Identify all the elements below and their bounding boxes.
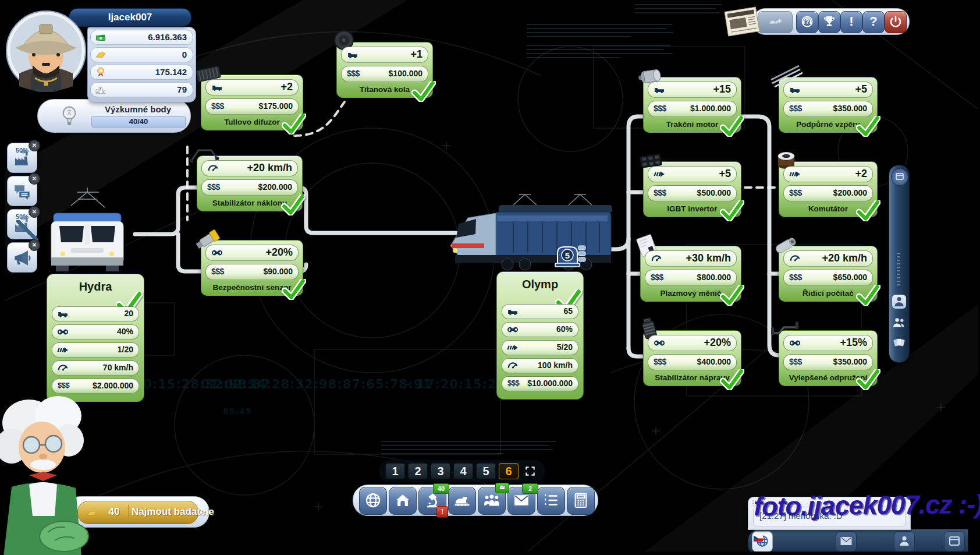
trains-button[interactable] xyxy=(448,487,476,515)
close-icon[interactable]: ✕ xyxy=(29,239,40,251)
research-card-podpurne-vzpery[interactable]: +5$$$$350.000Podpůrné vzpěry xyxy=(779,77,878,133)
researched-check-icon xyxy=(411,81,436,102)
research-card-stabilizator-napravy[interactable]: +20%$$$$400.000Stabilizátor nápravy xyxy=(643,330,741,386)
close-icon[interactable]: ✕ xyxy=(29,173,40,185)
chat-language-button[interactable] xyxy=(752,531,773,552)
page-tab-4[interactable]: 4 xyxy=(453,463,473,479)
station-button[interactable] xyxy=(389,487,417,515)
page-tab-2[interactable]: 2 xyxy=(408,463,428,479)
researched-check-icon xyxy=(282,114,306,135)
svg-text:?: ? xyxy=(805,18,809,25)
accel-icon xyxy=(789,168,801,180)
screen-edge xyxy=(0,0,5,434)
cost-value: $400.000 xyxy=(697,357,731,366)
research-card-trakcni-motor[interactable]: +15$$$$1.000.000Trakční motor xyxy=(643,77,741,133)
cost-label: $$$ xyxy=(789,188,802,197)
researched-check-icon xyxy=(282,279,306,300)
newspaper-icon[interactable] xyxy=(720,5,764,38)
page-tab-6[interactable]: 6 xyxy=(499,463,519,479)
cost-label: $$$ xyxy=(211,267,224,276)
chat-tool-button[interactable] xyxy=(836,531,857,552)
avatar[interactable] xyxy=(5,9,87,92)
cost-value: $90.000 xyxy=(263,267,293,276)
research-card-plazmovy-menic[interactable]: +30 km/h$$$$800.000Plazmový měnič xyxy=(640,246,741,302)
mail-icon xyxy=(508,492,535,509)
research-card-stabilizator-naklonu[interactable]: +20 km/h$$$$200.000Stabilizátor náklonu xyxy=(197,155,303,211)
alerts-button[interactable]: ! xyxy=(840,11,862,33)
people-icon[interactable] xyxy=(892,316,906,330)
bonus-row: +15% xyxy=(783,335,873,351)
research-card-komutator[interactable]: +2$$$$200.000Komutátor xyxy=(779,161,878,217)
badge-count: 40 xyxy=(433,483,449,494)
side-button-production-bonus-expired[interactable]: 50%✕ xyxy=(7,209,37,239)
research-card-titanova-kola[interactable]: +1$$$$100.000Titanová kola xyxy=(336,42,433,98)
money-icon xyxy=(94,31,107,43)
workers-button[interactable] xyxy=(478,487,506,515)
researched-check-icon xyxy=(856,369,880,390)
scientist-character xyxy=(0,370,105,555)
cards-icon[interactable] xyxy=(892,335,906,349)
train-stat-row: 100 km/h xyxy=(502,358,578,373)
research-card-vylepsene-odpruzeni[interactable]: +15%$$$$350.000Vylepšené odpružení xyxy=(779,330,878,386)
resource-row-gold: 0 xyxy=(90,47,193,62)
research-card-bezpecnostni-senzor[interactable]: +20%$$$$90.000Bezpečnostní senzor xyxy=(201,240,303,296)
achievements-button[interactable] xyxy=(818,11,840,33)
prestige-icon xyxy=(94,66,107,78)
resource-value: 79 xyxy=(177,84,187,94)
wrench-icon xyxy=(211,247,223,259)
bonus-row: +15 xyxy=(648,82,737,98)
side-button-production-bonus[interactable]: 50%✕ xyxy=(7,143,37,173)
side-button-announcement[interactable]: ✕ xyxy=(7,242,37,273)
sidebar-drag-handle[interactable] xyxy=(897,253,900,288)
support-button[interactable]: ? xyxy=(796,11,818,33)
stat-value: $10.000.000 xyxy=(527,379,573,388)
cost-label: $$$ xyxy=(347,69,360,78)
rankings-button[interactable] xyxy=(537,487,565,515)
globe-icon xyxy=(360,492,386,509)
cost-value: $350.000 xyxy=(833,104,867,113)
top-toolbar: ? ! ? xyxy=(752,8,910,35)
chat-sidebar-collapsed[interactable] xyxy=(889,165,910,363)
page-tab-1[interactable]: 1 xyxy=(385,463,405,479)
world-button[interactable] xyxy=(359,487,387,515)
mail-badge-icon xyxy=(495,483,509,493)
train-stat-row: 1/20 xyxy=(52,342,139,358)
alert-icon: ! xyxy=(841,12,862,31)
cost-label: $$$ xyxy=(507,379,519,387)
window-icon xyxy=(945,534,964,548)
bonus-value: +30 km/h xyxy=(686,252,731,264)
hire-label: Najmout badatele xyxy=(132,506,193,518)
help-button[interactable]: ? xyxy=(862,11,885,33)
research-card-ridici-pocitac[interactable]: +20 km/h$$$$650.000Řídící počítač xyxy=(779,246,878,302)
wagon-icon xyxy=(789,84,801,96)
messages-button[interactable]: 2 xyxy=(507,487,535,515)
train-stat-row: 40% xyxy=(52,324,139,340)
stat-value: 60% xyxy=(556,324,573,334)
research-card-tullovo-difuzor[interactable]: +2$$$$175.000Tullovo difuzor xyxy=(201,75,303,130)
cost-value: $175.000 xyxy=(259,101,293,111)
research-card-igbt-invertor[interactable]: +5$$$$500.000IGBT invertor xyxy=(643,161,741,217)
olymp-train-image[interactable] xyxy=(443,188,621,275)
accel-icon xyxy=(56,344,69,356)
bonus-value: +5 xyxy=(855,83,867,96)
research-button[interactable]: 40! xyxy=(418,487,446,515)
page-tab-3[interactable]: 3 xyxy=(431,463,450,479)
help-icon: ? xyxy=(863,12,884,31)
bonus-row: +5 xyxy=(783,82,873,98)
logout-button[interactable] xyxy=(885,11,907,33)
hydra-train-image[interactable] xyxy=(36,185,138,275)
wagon-icon xyxy=(56,308,69,320)
chat-tool-button[interactable] xyxy=(894,531,915,552)
fullscreen-button[interactable] xyxy=(521,464,539,479)
trophy-icon xyxy=(819,15,840,29)
window-button[interactable] xyxy=(891,168,908,186)
finances-button[interactable] xyxy=(567,487,595,515)
chat-collapse-button[interactable] xyxy=(944,531,965,552)
researched-check-icon xyxy=(720,200,744,221)
side-button-chat-toggle[interactable]: ✕ xyxy=(7,176,37,206)
researched-check-icon xyxy=(856,285,880,306)
cost-label: $$$ xyxy=(207,182,220,192)
train-panel-olymp[interactable]: Olymp6560%5/20100 km/h$$$$10.000.000 xyxy=(496,271,584,400)
page-tab-5[interactable]: 5 xyxy=(476,463,496,479)
person-icon[interactable] xyxy=(892,295,906,309)
